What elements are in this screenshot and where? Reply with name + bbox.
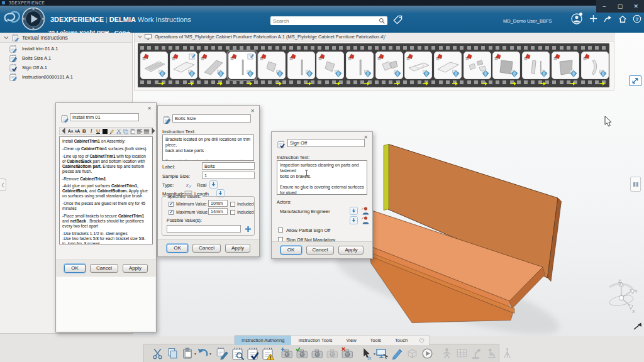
- instruction-inspect-icon[interactable]: [231, 347, 244, 360]
- screen-icon[interactable]: [375, 347, 389, 360]
- actor-2-person-icon[interactable]: [360, 216, 369, 224]
- close-icon[interactable]: ✕: [631, 3, 641, 9]
- operation-frame-14[interactable]: [522, 52, 550, 79]
- sample-size-input[interactable]: [202, 172, 255, 179]
- min-included-checkbox[interactable]: [230, 202, 235, 207]
- maximum-value-input[interactable]: [208, 208, 228, 215]
- cancel-button[interactable]: Cancel: [90, 264, 118, 273]
- actor-1-dropdown-icon[interactable]: [350, 207, 358, 215]
- help-icon[interactable]: ?: [633, 14, 641, 23]
- font-increase-icon[interactable]: AA: [67, 128, 74, 134]
- prev-icon[interactable]: [60, 128, 67, 134]
- chevron-down-icon[interactable]: [138, 35, 142, 39]
- capture-add-icon[interactable]: [280, 347, 294, 360]
- share-icon[interactable]: [603, 14, 613, 23]
- add-content-icon[interactable]: [589, 14, 598, 23]
- capture-approve-icon[interactable]: [296, 347, 309, 360]
- operation-frame-10[interactable]: [404, 52, 432, 79]
- chevron-down-icon[interactable]: [4, 35, 9, 40]
- operation-frame-6[interactable]: [287, 52, 315, 79]
- capture-delete-icon[interactable]: [341, 347, 354, 360]
- ok-button[interactable]: OK: [167, 244, 188, 253]
- annotate-pen-icon[interactable]: [391, 347, 404, 360]
- ribbon-tab-tools[interactable]: Tools: [364, 336, 389, 345]
- tree-item-install-trim-01-a-1[interactable]: Install trim 01 A.1: [9, 44, 58, 53]
- play-circle-icon[interactable]: [421, 347, 434, 360]
- copy-icon[interactable]: [166, 347, 179, 360]
- operation-frame-2[interactable]: [170, 52, 197, 79]
- type-dropdown-icon[interactable]: [209, 180, 218, 189]
- operation-frame-3[interactable]: [199, 52, 226, 79]
- operation-frame-12[interactable]: [464, 52, 491, 79]
- minimize-icon[interactable]: –: [599, 3, 609, 9]
- paste-icon[interactable]: ▼: [181, 347, 194, 360]
- home-icon[interactable]: [618, 14, 627, 23]
- copy-small-icon[interactable]: [123, 128, 129, 134]
- instruction-richtext[interactable]: Install CabinetTrim1 on Assembly:-Clean …: [59, 136, 153, 244]
- next-icon[interactable]: [150, 128, 157, 134]
- viewport-resize-icon[interactable]: [633, 322, 643, 331]
- max-included-checkbox[interactable]: [230, 210, 235, 215]
- instruction-text-area[interactable]: Inspection surfaces cleaning on parts an…: [277, 160, 367, 195]
- tree-item-sign-off-a-1[interactable]: Sign Off A.1: [9, 63, 47, 72]
- undo-icon[interactable]: ▼: [196, 347, 209, 360]
- manikin-icon[interactable]: [440, 347, 453, 360]
- instruction-alert-icon[interactable]: [261, 347, 274, 360]
- select-fx-icon[interactable]: fx▼: [360, 347, 374, 360]
- ok-button[interactable]: OK: [64, 264, 86, 273]
- antenna-icon[interactable]: [501, 347, 514, 360]
- panel-grid-icon[interactable]: [455, 347, 469, 360]
- tree-item-bolts-size-a-1[interactable]: Bolts Size A.1: [9, 53, 51, 63]
- instruction-name-input[interactable]: [172, 114, 251, 123]
- ribbon-tab-view[interactable]: View: [339, 336, 363, 345]
- search-box[interactable]: [270, 16, 387, 25]
- bold-icon[interactable]: B: [81, 128, 87, 134]
- search-icon[interactable]: [379, 18, 385, 24]
- align-justify-icon[interactable]: [143, 128, 150, 134]
- expand-panel-icon[interactable]: [629, 75, 641, 86]
- actor-1-person-icon[interactable]: [360, 206, 369, 215]
- instruction-signoff-icon[interactable]: [246, 347, 259, 360]
- allow-partial-checkbox[interactable]: [278, 228, 283, 233]
- capture-disabled-icon[interactable]: [326, 347, 339, 360]
- label-input[interactable]: [202, 162, 255, 170]
- add-value-icon[interactable]: [245, 226, 252, 233]
- close-icon[interactable]: ✕: [250, 108, 255, 114]
- apply-button[interactable]: Apply: [338, 246, 364, 255]
- apply-button[interactable]: Apply: [123, 264, 148, 273]
- operation-frame-8[interactable]: [346, 52, 374, 79]
- minimum-value-checkbox[interactable]: [169, 202, 174, 207]
- cancel-button[interactable]: Cancel: [192, 244, 221, 253]
- close-icon[interactable]: ✕: [147, 106, 152, 111]
- work-seat-icon[interactable]: [486, 347, 499, 360]
- ribbon-tab-touch[interactable]: Touch: [388, 336, 414, 345]
- cancel-button[interactable]: Cancel: [306, 246, 335, 255]
- tag-icon[interactable]: [392, 14, 403, 25]
- actor-2-dropdown-icon[interactable]: [350, 216, 358, 224]
- font-decrease-icon[interactable]: AA: [74, 128, 80, 134]
- operation-frame-1[interactable]: [140, 52, 168, 79]
- box-3d-icon[interactable]: [406, 347, 419, 360]
- italic-icon[interactable]: I: [88, 128, 94, 134]
- compass-play-icon[interactable]: [21, 7, 45, 31]
- operations-header[interactable]: Operations of 'MS_Flybridge Cabinet Furn…: [135, 33, 614, 41]
- new-instruction-icon[interactable]: [216, 347, 229, 360]
- ribbon-tab-instruction-tools[interactable]: Instruction Tools: [291, 336, 339, 345]
- cut-icon[interactable]: [151, 347, 164, 360]
- panel-collapse-handle[interactable]: [0, 178, 6, 191]
- instruction-text-area[interactable]: Brackets located on pre drill locations …: [162, 134, 254, 161]
- robot-arm-icon[interactable]: [470, 347, 484, 360]
- paste-small-icon[interactable]: [130, 128, 136, 134]
- align-left-icon[interactable]: [136, 128, 143, 134]
- apply-button[interactable]: Apply: [225, 244, 250, 253]
- viewport-side-button[interactable]: [630, 177, 641, 192]
- minimum-value-input[interactable]: [208, 200, 228, 207]
- textual-instructions-header[interactable]: Textual Instructions: [0, 33, 132, 43]
- instruction-name-input[interactable]: [287, 139, 365, 147]
- font-color-icon[interactable]: [102, 128, 108, 134]
- search-input[interactable]: [270, 17, 379, 25]
- tree-item-instruction00000101-a-1[interactable]: Instruction00000101 A.1: [9, 72, 73, 82]
- maximum-value-checkbox[interactable]: [169, 210, 174, 215]
- format-brush-icon[interactable]: [109, 128, 115, 134]
- underline-icon[interactable]: U: [95, 128, 101, 134]
